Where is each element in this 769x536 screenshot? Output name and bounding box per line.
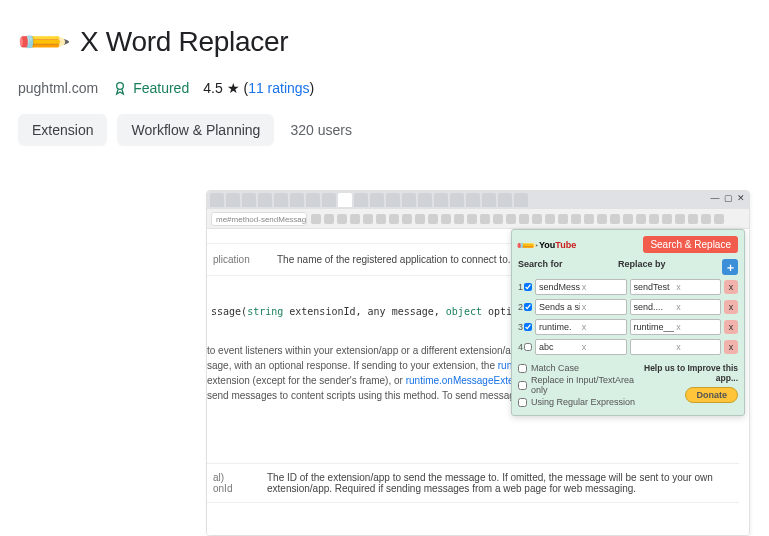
chip-extension[interactable]: Extension [18,114,107,146]
rating-value: 4.5 [203,80,222,96]
clear-icon[interactable]: x [674,302,717,312]
featured-badge: Featured [112,80,189,96]
row-enable-2[interactable] [524,303,532,311]
listing-header: ✏️ X Word Replacer pughtml.com Featured … [0,0,769,152]
popup-logo: ✏️ YouTube [518,237,576,253]
opt-match-case[interactable]: Match Case [518,363,638,373]
param-table: al)onId The ID of the extension/app to s… [207,463,739,503]
browser-toolbar: me#method-sendMessage [207,209,749,229]
rating-block: 4.5 ★ (11 ratings) [203,80,314,96]
row-enable-3[interactable] [524,323,532,331]
search-replace-button[interactable]: Search & Replace [643,236,738,253]
svg-point-0 [117,83,124,90]
delete-row-3[interactable]: x [724,320,738,334]
user-count: 320 users [290,122,351,138]
clear-icon[interactable]: x [674,342,717,352]
publisher-link[interactable]: pughtml.com [18,80,98,96]
delete-row-1[interactable]: x [724,280,738,294]
search-input-4[interactable]: abcx [535,339,627,355]
clear-icon[interactable]: x [580,282,623,292]
clear-icon[interactable]: x [674,282,717,292]
help-link[interactable]: Help us to Improve this app... [638,363,738,383]
youtube-label: YouTube [539,240,576,250]
search-input-3[interactable]: runtime.x [535,319,627,335]
rule-row-1: 1 sendMessagex sendTestx x [518,279,738,295]
doc-link-3[interactable]: web messaging [564,483,633,494]
rule-row-2: 2 Sends a single messagex send....x x [518,299,738,315]
row-enable-4[interactable] [524,343,532,351]
search-input-1[interactable]: sendMessagex [535,279,627,295]
extension-popup: ✏️ YouTube Search & Replace Search for R… [511,229,745,416]
award-icon [112,80,128,96]
address-bar[interactable]: me#method-sendMessage [211,212,307,226]
star-icon: ★ [227,80,244,96]
donate-button[interactable]: Donate [685,387,738,403]
search-input-2[interactable]: Sends a single messagex [535,299,627,315]
col-search: Search for [518,259,618,275]
screenshot: —▢✕ me#method-sendMessage plication The … [206,190,750,536]
replace-input-2[interactable]: send....x [630,299,722,315]
rule-row-3: 3 runtime.x runtime___x x [518,319,738,335]
clear-icon[interactable]: x [580,302,623,312]
opt-input-only[interactable]: Replace in Input/TextArea only [518,375,638,395]
browser-tabstrip: —▢✕ [207,191,749,209]
doc-key: plication [213,254,277,265]
pencil-icon: ✏️ [515,233,538,256]
row-enable-1[interactable] [524,283,532,291]
clear-icon[interactable]: x [674,322,717,332]
opt-regex[interactable]: Using Regular Expression [518,397,638,407]
ratings-link[interactable]: 11 ratings [248,80,309,96]
delete-row-4[interactable]: x [724,340,738,354]
rule-row-4: 4 abcx x x [518,339,738,355]
col-replace: Replace by [618,259,718,275]
clear-icon[interactable]: x [580,322,623,332]
chip-category[interactable]: Workflow & Planning [117,114,274,146]
replace-input-4[interactable]: x [630,339,722,355]
replace-input-1[interactable]: sendTestx [630,279,722,295]
add-row-button[interactable]: ＋ [722,259,738,275]
delete-row-2[interactable]: x [724,300,738,314]
extension-icons [311,214,745,224]
app-title: X Word Replacer [80,26,288,58]
featured-label: Featured [133,80,189,96]
window-controls: —▢✕ [710,193,746,209]
replace-input-3[interactable]: runtime___x [630,319,722,335]
chip-row: Extension Workflow & Planning 320 users [18,114,753,146]
clear-icon[interactable]: x [580,342,623,352]
app-icon: ✏️ [8,8,76,76]
